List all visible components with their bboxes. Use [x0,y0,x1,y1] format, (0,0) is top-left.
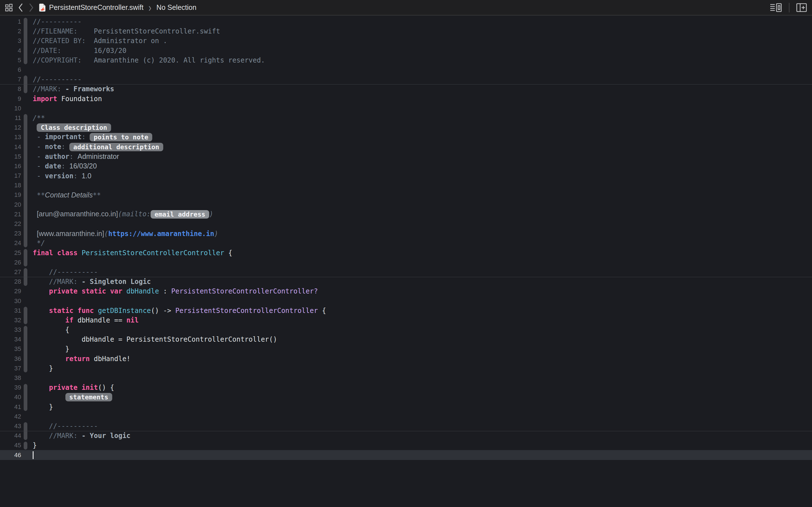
code-line[interactable]: 5//COPYRIGHT: Amaranthine (c) 2020. All … [0,55,812,65]
related-items-button[interactable] [5,4,13,11]
code-text[interactable]: if dbHandle == nil [33,316,139,324]
code-text[interactable]: import Foundation [33,95,102,103]
code-line[interactable]: 31 static func getDBInstance() -> Persis… [0,306,812,316]
code-text[interactable]: [arun@amaranthine.co.in](mailto:email ad… [33,210,213,219]
code-text[interactable]: /** [33,114,45,122]
code-line[interactable]: 41 } [0,402,812,412]
code-line[interactable]: 28 //MARK: - Singleton Logic [0,277,812,286]
code-line[interactable]: 37 } [0,363,812,373]
code-line[interactable]: 4//DATE: 16/03/20 [0,46,812,55]
placeholder-token[interactable]: Class description [37,123,111,132]
code-line[interactable]: 10 [0,104,812,113]
add-editor-button[interactable] [796,3,807,12]
placeholder-token[interactable]: email address [151,210,209,219]
code-line[interactable]: 8//MARK: - Frameworks [0,84,812,94]
code-line[interactable]: 21 [arun@amaranthine.co.in](mailto:email… [0,210,812,219]
code-text[interactable]: Class description [33,123,111,132]
code-text[interactable]: [www.amaranthine.in](https://www.amarant… [33,230,218,238]
code-text[interactable]: { [33,326,69,334]
forward-button[interactable] [28,3,35,12]
code-line[interactable]: 36 return dbHandle! [0,354,812,363]
code-text[interactable] [33,451,34,459]
code-line[interactable]: 33 { [0,325,812,335]
code-text[interactable]: //DATE: 16/03/20 [33,47,126,55]
code-line[interactable]: 1//---------- [0,17,812,26]
code-text[interactable]: //COPYRIGHT: Amaranthine (c) 2020. All r… [33,56,265,64]
code-line[interactable]: 32 if dbHandle == nil [0,316,812,325]
code-text[interactable]: } [33,364,53,372]
code-line[interactable]: 12 Class description [0,123,812,132]
code-text[interactable]: return dbHandle! [33,355,131,363]
code-line[interactable]: 15 - author: Administrator [0,152,812,161]
code-line[interactable]: 6 [0,65,812,75]
code-line[interactable]: 17 - version: 1.0 [0,171,812,180]
code-line[interactable]: 40 statements [0,392,812,402]
code-line[interactable]: 22 [0,219,812,229]
code-line[interactable]: 34 dbHandle = PersistentStoreControllerC… [0,335,812,344]
code-text[interactable]: final class PersistentStoreControllerCon… [33,249,232,257]
editor-options-button[interactable] [770,3,782,12]
code-text[interactable]: **Contact Details** [33,191,101,199]
code-line[interactable]: 23 [www.amaranthine.in](https://www.amar… [0,229,812,238]
code-text[interactable]: } [33,345,69,353]
code-line[interactable]: 39 private init() { [0,383,812,392]
code-line[interactable]: 24 */ [0,238,812,248]
code-line[interactable]: 13 - important: points to note [0,132,812,142]
code-line[interactable]: 29 private static var dbHandle : Persist… [0,286,812,296]
code-line[interactable]: 16 - date: 16/03/20 [0,161,812,171]
code-line[interactable]: 20 [0,200,812,210]
code-line[interactable]: 25final class PersistentStoreControllerC… [0,248,812,258]
code-text[interactable]: //MARK: - Frameworks [33,85,114,93]
code-text[interactable]: - note: additional description [33,143,163,151]
code-text[interactable]: - version: 1.0 [33,172,91,180]
code-span: : [73,172,82,180]
code-line[interactable]: 18 [0,180,812,190]
code-line[interactable]: 9import Foundation [0,94,812,104]
code-line[interactable]: 3//CREATED BY: Administrator on . [0,36,812,46]
line-number: 9 [0,95,21,103]
code-line[interactable]: 2//FILENAME: PersistentStoreController.s… [0,26,812,36]
code-text[interactable]: statements [33,393,112,401]
code-text[interactable]: - important: points to note [33,133,152,142]
placeholder-token[interactable]: points to note [90,133,152,142]
code-line[interactable]: 38 [0,373,812,383]
placeholder-token[interactable]: additional description [69,143,163,151]
back-button[interactable] [17,3,24,12]
code-text[interactable]: - author: Administrator [33,152,119,161]
code-line[interactable]: 11/** [0,113,812,123]
code-line[interactable]: 45} [0,441,812,450]
code-text[interactable]: static func getDBInstance() -> Persisten… [33,307,326,315]
code-line[interactable]: 30 [0,296,812,305]
code-text[interactable]: private static var dbHandle : Persistent… [33,287,318,295]
code-line[interactable]: 7//---------- [0,75,812,84]
code-line[interactable]: 35 } [0,344,812,354]
code-text[interactable]: - date: 16/03/20 [33,162,97,170]
code-text[interactable]: //---------- [33,268,98,276]
code-span: dbHandle == [73,316,126,324]
code-line[interactable]: 44 //MARK: - Your logic [0,431,812,441]
breadcrumb-selection[interactable]: No Selection [156,3,197,11]
code-line[interactable]: 27 //---------- [0,267,812,277]
code-text[interactable]: } [33,403,53,411]
code-text[interactable]: //---------- [33,422,98,430]
code-line[interactable]: 46 [0,450,812,460]
code-text[interactable]: //---------- [33,18,82,25]
code-text[interactable]: //MARK: - Singleton Logic [33,278,151,286]
code-line[interactable]: 42 [0,412,812,421]
placeholder-token[interactable]: statements [65,393,112,401]
source-editor[interactable]: 1//----------2//FILENAME: PersistentStor… [0,16,812,507]
code-text[interactable]: dbHandle = PersistentStoreControllerCont… [33,335,277,343]
code-text[interactable]: */ [33,239,45,247]
breadcrumb-file-name[interactable]: PersistentStoreController.swift [49,3,144,11]
jump-bar: PersistentStoreController.swift › No Sel… [0,0,812,15]
code-line[interactable]: 26 [0,258,812,267]
code-text[interactable]: } [33,441,37,449]
code-line[interactable]: 14 - note: additional description [0,142,812,152]
code-text[interactable]: //FILENAME: PersistentStoreController.sw… [33,27,220,35]
code-line[interactable]: 19 **Contact Details** [0,190,812,200]
code-text[interactable]: //MARK: - Your logic [33,432,131,440]
code-text[interactable]: //CREATED BY: Administrator on . [33,37,167,45]
code-text[interactable]: private init() { [33,384,114,392]
code-line[interactable]: 43 //---------- [0,421,812,431]
code-text[interactable]: //---------- [33,75,82,83]
